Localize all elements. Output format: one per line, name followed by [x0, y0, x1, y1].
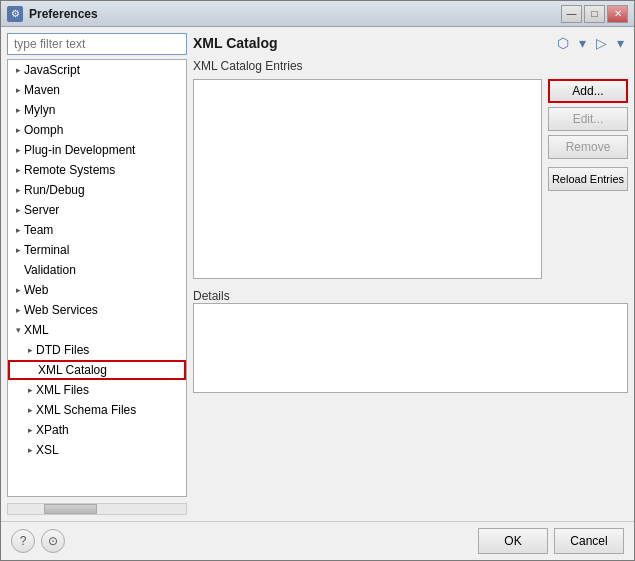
sidebar-item-server[interactable]: Server — [8, 200, 186, 220]
catalog-entries-label: XML Catalog Entries — [193, 59, 628, 73]
sidebar-item-xml-catalog[interactable]: XML Catalog — [8, 360, 186, 380]
sidebar-item-label-web-services: Web Services — [24, 303, 98, 317]
tree-arrow-remote-systems — [12, 165, 24, 175]
scrollbar-thumb[interactable] — [44, 504, 97, 514]
window-controls: — □ ✕ — [561, 5, 628, 23]
reload-button[interactable]: Reload Entries — [548, 167, 628, 191]
sidebar-item-label-run-debug: Run/Debug — [24, 183, 85, 197]
sidebar-item-label-xml: XML — [24, 323, 49, 337]
catalog-section: XML Catalog Entries Add... Edit... Remov… — [193, 59, 628, 515]
sidebar-item-label-xml-files: XML Files — [36, 383, 89, 397]
content-area: JavaScriptMavenMylynOomphPlug-in Develop… — [1, 27, 634, 521]
sidebar-item-label-xml-catalog: XML Catalog — [38, 363, 107, 377]
tree-arrow-web — [12, 285, 24, 295]
sidebar-item-web-services[interactable]: Web Services — [8, 300, 186, 320]
sidebar-item-xml-schema[interactable]: XML Schema Files — [8, 400, 186, 420]
sidebar-item-label-plugin-dev: Plug-in Development — [24, 143, 135, 157]
minimize-button[interactable]: — — [561, 5, 582, 23]
tree-arrow-dtd-files — [24, 345, 36, 355]
sidebar-item-run-debug[interactable]: Run/Debug — [8, 180, 186, 200]
tree-arrow-terminal — [12, 245, 24, 255]
preferences-window: ⚙ Preferences — □ ✕ JavaScriptMavenMylyn… — [0, 0, 635, 561]
sidebar-item-label-validation: Validation — [24, 263, 76, 277]
tree-arrow-xpath — [24, 425, 36, 435]
tree-arrow-xml-files — [24, 385, 36, 395]
details-section: Details — [193, 289, 628, 393]
sidebar-item-label-xml-schema: XML Schema Files — [36, 403, 136, 417]
sidebar-item-label-javascript: JavaScript — [24, 63, 80, 77]
bottom-left: ? ⊙ — [11, 529, 65, 553]
left-panel: JavaScriptMavenMylynOomphPlug-in Develop… — [7, 33, 187, 515]
right-header: XML Catalog ⬡ ▾ ▷ ▾ — [193, 33, 628, 53]
sidebar-item-javascript[interactable]: JavaScript — [8, 60, 186, 80]
filter-input[interactable] — [7, 33, 187, 55]
sidebar-item-dtd-files[interactable]: DTD Files — [8, 340, 186, 360]
tree-arrow-maven — [12, 85, 24, 95]
help-button[interactable]: ? — [11, 529, 35, 553]
sidebar-item-xpath[interactable]: XPath — [8, 420, 186, 440]
sidebar-item-label-web: Web — [24, 283, 48, 297]
sidebar-item-label-terminal: Terminal — [24, 243, 69, 257]
sidebar-item-web[interactable]: Web — [8, 280, 186, 300]
details-label: Details — [193, 289, 230, 303]
ok-button[interactable]: OK — [478, 528, 548, 554]
bottom-bar: ? ⊙ OK Cancel — [1, 521, 634, 560]
dropdown-button[interactable]: ▾ — [575, 33, 590, 53]
sidebar-item-maven[interactable]: Maven — [8, 80, 186, 100]
sidebar-item-mylyn[interactable]: Mylyn — [8, 100, 186, 120]
page-title: XML Catalog — [193, 35, 278, 51]
tree-container[interactable]: JavaScriptMavenMylynOomphPlug-in Develop… — [7, 59, 187, 497]
sidebar-item-label-oomph: Oomph — [24, 123, 63, 137]
dropdown2-button[interactable]: ▾ — [613, 33, 628, 53]
tree-arrow-run-debug — [12, 185, 24, 195]
remove-button[interactable]: Remove — [548, 135, 628, 159]
details-box[interactable] — [193, 303, 628, 393]
sidebar-item-label-xpath: XPath — [36, 423, 69, 437]
catalog-list[interactable] — [193, 79, 542, 279]
sidebar-item-label-team: Team — [24, 223, 53, 237]
tree-arrow-server — [12, 205, 24, 215]
tree-arrow-team — [12, 225, 24, 235]
sidebar-item-label-maven: Maven — [24, 83, 60, 97]
sidebar-item-plugin-dev[interactable]: Plug-in Development — [8, 140, 186, 160]
window-title: Preferences — [29, 7, 561, 21]
title-bar: ⚙ Preferences — □ ✕ — [1, 1, 634, 27]
cancel-button[interactable]: Cancel — [554, 528, 624, 554]
horizontal-scrollbar[interactable] — [7, 503, 187, 515]
sidebar-item-label-server: Server — [24, 203, 59, 217]
maximize-button[interactable]: □ — [584, 5, 605, 23]
tree-arrow-xsl — [24, 445, 36, 455]
catalog-main: Add... Edit... Remove Reload Entries — [193, 79, 628, 279]
right-panel: XML Catalog ⬡ ▾ ▷ ▾ XML Catalog Entries … — [193, 33, 628, 515]
sidebar-item-xsl[interactable]: XSL — [8, 440, 186, 460]
sidebar-item-remote-systems[interactable]: Remote Systems — [8, 160, 186, 180]
sidebar-item-xml[interactable]: XML — [8, 320, 186, 340]
tree-arrow-javascript — [12, 65, 24, 75]
tree-arrow-xml-schema — [24, 405, 36, 415]
close-button[interactable]: ✕ — [607, 5, 628, 23]
forward-button[interactable]: ▷ — [592, 33, 611, 53]
sidebar-item-oomph[interactable]: Oomph — [8, 120, 186, 140]
tree-arrow-plugin-dev — [12, 145, 24, 155]
tree-arrow-xml — [12, 325, 24, 335]
add-button[interactable]: Add... — [548, 79, 628, 103]
tree-arrow-oomph — [12, 125, 24, 135]
sidebar-item-team[interactable]: Team — [8, 220, 186, 240]
sidebar-item-label-xsl: XSL — [36, 443, 59, 457]
nav-buttons: ⬡ ▾ ▷ ▾ — [553, 33, 628, 53]
sidebar-item-validation[interactable]: Validation — [8, 260, 186, 280]
preferences-button[interactable]: ⊙ — [41, 529, 65, 553]
sidebar-item-label-mylyn: Mylyn — [24, 103, 55, 117]
catalog-buttons: Add... Edit... Remove Reload Entries — [548, 79, 628, 279]
back-button[interactable]: ⬡ — [553, 33, 573, 53]
tree-arrow-mylyn — [12, 105, 24, 115]
bottom-right: OK Cancel — [478, 528, 624, 554]
sidebar-item-label-dtd-files: DTD Files — [36, 343, 89, 357]
tree-arrow-web-services — [12, 305, 24, 315]
sidebar-item-label-remote-systems: Remote Systems — [24, 163, 115, 177]
sidebar-item-xml-files[interactable]: XML Files — [8, 380, 186, 400]
edit-button[interactable]: Edit... — [548, 107, 628, 131]
window-icon: ⚙ — [7, 6, 23, 22]
sidebar-item-terminal[interactable]: Terminal — [8, 240, 186, 260]
